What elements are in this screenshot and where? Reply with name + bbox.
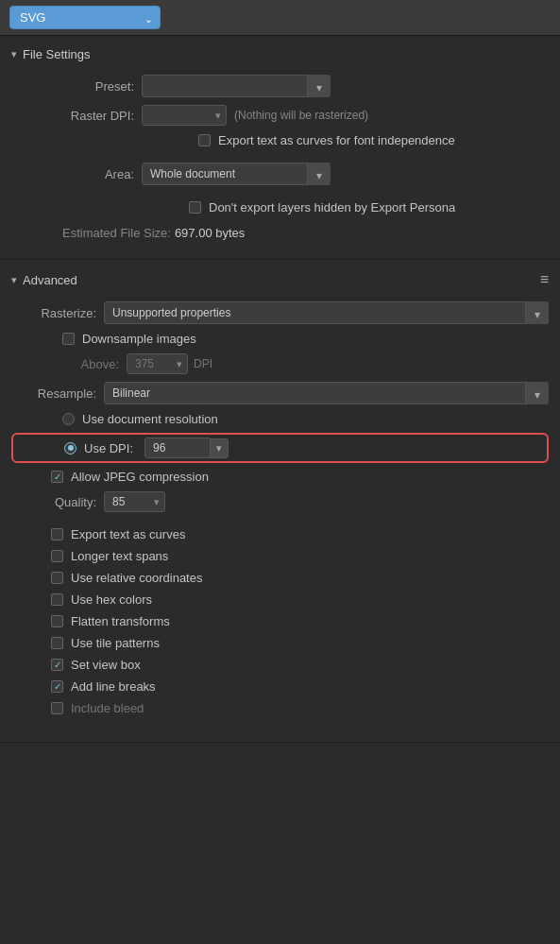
advanced-header[interactable]: ▾ Advanced ≡ xyxy=(0,271,560,298)
dont-export-label: Don't export layers hidden by Export Per… xyxy=(209,200,455,215)
top-bar: SVG PNG JPEG PDF xyxy=(0,0,560,36)
file-settings-chevron: ▾ xyxy=(11,48,17,60)
adv-export-text-curves-label: Export text as curves xyxy=(71,527,185,541)
set-view-box-label: Set view box xyxy=(71,658,141,672)
advanced-section: ▾ Advanced ≡ Rasterize: Unsupported prop… xyxy=(0,260,560,743)
resample-select-wrapper[interactable]: Bilinear Nearest Neighbour Bicubic Lancz… xyxy=(104,382,549,404)
area-label: Area: xyxy=(11,167,134,181)
above-value-select[interactable]: 375 xyxy=(127,353,188,374)
add-line-breaks-row: Add line breaks xyxy=(0,676,560,697)
format-select[interactable]: SVG PNG JPEG PDF xyxy=(9,6,161,29)
use-tile-patterns-row: Use tile patterns xyxy=(0,632,560,654)
quality-select[interactable]: 85 50 60 70 75 80 90 95 100 xyxy=(104,491,165,512)
use-dpi-label: Use DPI: xyxy=(84,441,133,455)
set-view-box-row: Set view box xyxy=(0,654,560,676)
resample-label: Resample: xyxy=(11,386,96,401)
quality-row: Quality: 85 50 60 70 75 80 90 95 100 xyxy=(0,488,560,516)
rasterize-row: Rasterize: Unsupported properties Nothin… xyxy=(0,298,560,328)
use-doc-resolution-radio[interactable] xyxy=(62,413,75,425)
dont-export-checkbox[interactable] xyxy=(189,201,201,214)
file-settings-section: ▾ File Settings Preset: Raster DPI: (Not… xyxy=(0,36,560,260)
allow-jpeg-label: Allow JPEG compression xyxy=(71,470,209,484)
raster-dpi-select-wrapper[interactable] xyxy=(142,105,227,126)
quality-select-wrapper[interactable]: 85 50 60 70 75 80 90 95 100 xyxy=(104,491,165,512)
rasterize-label: Rasterize: xyxy=(11,306,96,320)
flatten-transforms-row: Flatten transforms xyxy=(0,610,560,632)
use-hex-colors-row: Use hex colors xyxy=(0,589,560,610)
use-dpi-radio[interactable] xyxy=(64,442,76,455)
format-select-wrapper[interactable]: SVG PNG JPEG PDF xyxy=(9,6,161,29)
include-bleed-checkbox[interactable] xyxy=(51,702,63,714)
add-line-breaks-checkbox[interactable] xyxy=(51,680,63,693)
area-select-wrapper[interactable]: Whole document Selection Page xyxy=(142,163,331,185)
area-select[interactable]: Whole document Selection Page xyxy=(142,163,331,185)
advanced-title: Advanced xyxy=(23,273,77,287)
use-hex-colors-checkbox[interactable] xyxy=(51,593,63,606)
dont-export-row: Don't export layers hidden by Export Per… xyxy=(0,197,560,218)
advanced-menu-icon[interactable]: ≡ xyxy=(540,271,549,288)
preset-select[interactable] xyxy=(142,75,331,97)
allow-jpeg-checkbox[interactable] xyxy=(51,471,63,483)
raster-note: (Nothing will be rasterized) xyxy=(234,109,368,122)
use-relative-coords-checkbox[interactable] xyxy=(51,572,63,584)
above-dpi-row: 375 DPI xyxy=(127,353,212,374)
resample-row: Resample: Bilinear Nearest Neighbour Bic… xyxy=(0,378,560,408)
downsample-row: Downsample images xyxy=(0,328,560,350)
add-line-breaks-label: Add line breaks xyxy=(71,679,156,694)
longer-text-spans-row: Longer text spans xyxy=(0,545,560,567)
use-relative-coords-row: Use relative coordinates xyxy=(0,567,560,589)
preset-row: Preset: xyxy=(0,71,560,101)
quality-label: Quality: xyxy=(11,495,96,509)
adv-export-text-curves-checkbox[interactable] xyxy=(51,528,63,541)
area-row: Area: Whole document Selection Page xyxy=(0,159,560,189)
file-size-row: Estimated File Size: 697.00 bytes xyxy=(0,222,560,244)
export-text-curves-label: Export text as curves for font independe… xyxy=(218,133,455,147)
include-bleed-label: Include bleed xyxy=(71,701,144,715)
set-view-box-checkbox[interactable] xyxy=(51,659,63,671)
advanced-chevron: ▾ xyxy=(11,274,17,286)
resample-select[interactable]: Bilinear Nearest Neighbour Bicubic Lancz… xyxy=(104,382,549,404)
preset-select-wrapper[interactable] xyxy=(142,75,331,97)
above-row: Above: 375 DPI xyxy=(0,350,560,378)
allow-jpeg-row: Allow JPEG compression xyxy=(0,466,560,488)
use-tile-patterns-label: Use tile patterns xyxy=(71,636,160,650)
downsample-label: Downsample images xyxy=(82,332,196,346)
above-value-wrapper[interactable]: 375 xyxy=(127,353,188,374)
rasterize-select[interactable]: Unsupported properties Nothing All Text xyxy=(104,301,549,324)
use-dpi-row: Use DPI: ▾ xyxy=(11,433,549,463)
use-hex-colors-label: Use hex colors xyxy=(71,592,152,607)
file-settings-header[interactable]: ▾ File Settings xyxy=(0,47,560,71)
use-doc-resolution-row: Use document resolution xyxy=(0,408,560,430)
rasterize-select-wrapper[interactable]: Unsupported properties Nothing All Text xyxy=(104,301,549,324)
export-text-curves-checkbox[interactable] xyxy=(198,134,211,146)
longer-text-spans-checkbox[interactable] xyxy=(51,550,63,562)
downsample-checkbox[interactable] xyxy=(62,333,75,345)
raster-dpi-label: Raster DPI: xyxy=(11,109,134,123)
dpi-dropdown-btn[interactable]: ▾ xyxy=(211,438,229,458)
include-bleed-row: Include bleed xyxy=(0,697,560,719)
preset-label: Preset: xyxy=(11,79,134,94)
adv-export-text-curves-row: Export text as curves xyxy=(0,523,560,545)
dpi-value-input[interactable] xyxy=(144,438,211,458)
raster-dpi-row: Raster DPI: (Nothing will be rasterized) xyxy=(0,101,560,129)
use-doc-resolution-label: Use document resolution xyxy=(82,412,218,426)
above-label: Above: xyxy=(62,357,119,371)
above-dpi-label: DPI xyxy=(194,357,212,370)
export-text-curves-row: Export text as curves for font independe… xyxy=(0,129,560,151)
use-relative-coords-label: Use relative coordinates xyxy=(71,571,202,585)
raster-dpi-select[interactable] xyxy=(142,105,227,126)
flatten-transforms-checkbox[interactable] xyxy=(51,615,63,627)
file-size-value: 697.00 bytes xyxy=(175,226,245,240)
advanced-checkboxes: Export text as curves Longer text spans … xyxy=(0,523,560,719)
file-size-label: Estimated File Size: xyxy=(62,226,171,240)
longer-text-spans-label: Longer text spans xyxy=(71,549,168,563)
use-tile-patterns-checkbox[interactable] xyxy=(51,637,63,649)
flatten-transforms-label: Flatten transforms xyxy=(71,614,170,628)
file-settings-title: File Settings xyxy=(23,47,91,61)
